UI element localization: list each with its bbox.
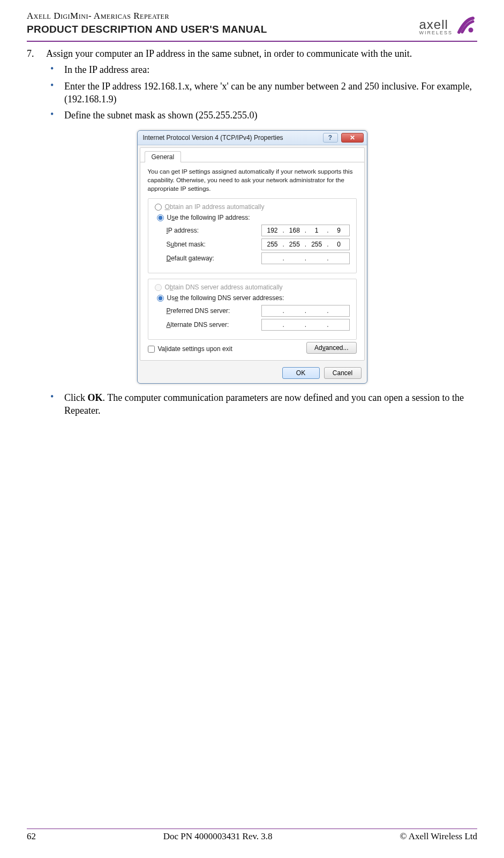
list-item: •In the IP address area:	[50, 63, 477, 76]
help-button[interactable]: ?	[323, 133, 338, 143]
list-item: •Define the subnet mask as shown (255.25…	[50, 109, 477, 122]
pdns-oct1[interactable]	[263, 305, 281, 316]
ipv4-properties-dialog: Internet Protocol Version 4 (TCP/IPv4) P…	[137, 130, 367, 384]
ip-address-row: IP address: . . .	[167, 225, 350, 236]
tab-content: You can get IP settings assigned automat…	[140, 162, 364, 360]
ip-oct4[interactable]	[330, 225, 348, 236]
footer-divider	[27, 829, 477, 829]
manual-title: PRODUCT DESCRIPTION AND USER'S MANUAL	[27, 24, 419, 35]
radio-use-ip-label: Use the following IP address:	[167, 214, 250, 221]
ip-address-label: IP address:	[167, 227, 199, 234]
bullet-text: Define the subnet mask as shown (255.255…	[64, 109, 257, 122]
bullet-icon: •	[50, 80, 57, 106]
radio-auto-ip[interactable]	[155, 204, 162, 211]
cancel-button[interactable]: Cancel	[324, 367, 362, 379]
step-text: Assign your computer an IP address in th…	[46, 47, 412, 60]
footer-row: 62 Doc PN 4000003431 Rev. 3.8 © Axell Wi…	[27, 831, 477, 842]
adns-oct2[interactable]	[285, 319, 304, 330]
preferred-dns-row: Preferred DNS server: . . .	[167, 305, 350, 317]
radio-auto-ip-label: Obtain an IP address automatically	[165, 203, 265, 211]
list-item: •Enter the IP address 192.168.1.x, where…	[50, 80, 477, 106]
dialog-description: You can get IP settings assigned automat…	[148, 168, 357, 193]
ip-oct3[interactable]	[307, 225, 326, 236]
copyright: © Axell Wireless Ltd	[400, 831, 477, 842]
alternate-dns-label: Alternate DNS server:	[167, 321, 229, 329]
logo-text-wrap: axell WIRELESS	[419, 17, 453, 35]
radio-auto-dns-label: Obtain DNS server address automatically	[165, 283, 283, 291]
gw-oct3[interactable]	[307, 253, 326, 264]
adns-oct1[interactable]	[263, 319, 281, 330]
bullet-pre: Click	[64, 392, 88, 403]
bullet-text: Click OK. The computer communication par…	[64, 391, 477, 417]
dialog-titlebar: Internet Protocol Version 4 (TCP/IPv4) P…	[138, 131, 367, 145]
tab-general[interactable]: General	[145, 151, 182, 162]
dialog-screenshot: Internet Protocol Version 4 (TCP/IPv4) P…	[27, 130, 477, 384]
dialog-body: General You can get IP settings assigned…	[140, 147, 365, 361]
validate-label: Validate settings upon exit	[158, 345, 232, 353]
ip-group: Obtain an IP address automatically Use t…	[148, 198, 357, 273]
default-gateway-field[interactable]: . . .	[261, 252, 349, 264]
radio-use-dns-row: Use the following DNS server addresses:	[155, 294, 350, 302]
pdns-oct4[interactable]	[330, 305, 348, 316]
radio-use-dns-label: Use the following DNS server addresses:	[167, 294, 284, 302]
subnet-mask-field[interactable]: . . .	[261, 238, 349, 250]
bullets-top: •In the IP address area: •Enter the IP a…	[50, 63, 477, 122]
mask-oct3[interactable]	[307, 239, 326, 250]
subnet-mask-row: Subnet mask: . . .	[167, 238, 350, 250]
adns-oct4[interactable]	[330, 319, 348, 330]
mask-oct4[interactable]	[330, 239, 348, 250]
ip-address-field[interactable]: . . .	[261, 225, 349, 236]
step-7: 7. Assign your computer an IP address in…	[27, 47, 477, 60]
bullet-bold: OK	[88, 392, 103, 403]
brand-logo: axell WIRELESS	[419, 11, 477, 39]
header-left: Axell DigiMini- Americas Repeater PRODUC…	[27, 11, 419, 35]
radio-auto-dns	[155, 284, 162, 291]
bullet-icon: •	[50, 109, 57, 122]
logo-subtext: WIRELESS	[419, 30, 453, 35]
preferred-dns-field[interactable]: . . .	[261, 305, 349, 317]
doc-id: Doc PN 4000003431 Rev. 3.8	[163, 831, 273, 842]
pdns-oct3[interactable]	[307, 305, 326, 316]
header-divider	[27, 41, 477, 42]
gw-oct1[interactable]	[263, 253, 281, 264]
step-number: 7.	[27, 47, 39, 60]
close-button[interactable]: ✕	[341, 133, 364, 143]
ok-button[interactable]: OK	[282, 367, 320, 379]
product-line: Axell DigiMini- Americas Repeater	[27, 11, 419, 21]
radio-use-dns[interactable]	[157, 295, 164, 302]
dialog-title: Internet Protocol Version 4 (TCP/IPv4) P…	[143, 134, 283, 141]
preferred-dns-label: Preferred DNS server:	[167, 307, 230, 315]
page-footer: 62 Doc PN 4000003431 Rev. 3.8 © Axell Wi…	[27, 829, 477, 842]
alternate-dns-row: Alternate DNS server: . . .	[167, 319, 350, 331]
radio-auto-dns-row: Obtain DNS server address automatically	[155, 283, 350, 291]
dialog-footer: OK Cancel	[138, 363, 367, 383]
mask-oct2[interactable]	[285, 239, 304, 250]
page-number: 62	[27, 831, 36, 842]
subnet-mask-label: Subnet mask:	[167, 241, 206, 248]
mask-oct1[interactable]	[263, 239, 281, 250]
bullet-icon: •	[50, 63, 57, 76]
gw-oct2[interactable]	[285, 253, 304, 264]
list-item: • Click OK. The computer communication p…	[50, 391, 477, 417]
adns-oct3[interactable]	[307, 319, 326, 330]
bullet-post: . The computer communication parameters …	[64, 392, 464, 416]
dns-group: Obtain DNS server address automatically …	[148, 279, 357, 340]
radio-use-ip-row: Use the following IP address:	[155, 214, 350, 221]
alternate-dns-field[interactable]: . . .	[261, 319, 349, 331]
page-header: Axell DigiMini- Americas Repeater PRODUC…	[27, 11, 477, 39]
bullet-text: In the IP address area:	[64, 63, 149, 76]
default-gateway-row: Default gateway: . . .	[167, 252, 350, 264]
wireless-icon	[455, 14, 477, 39]
radio-use-ip[interactable]	[157, 214, 164, 221]
ip-oct1[interactable]	[263, 225, 281, 236]
pdns-oct2[interactable]	[285, 305, 304, 316]
validate-checkbox[interactable]	[148, 346, 155, 353]
radio-auto-ip-row: Obtain an IP address automatically	[155, 203, 350, 211]
gw-oct4[interactable]	[330, 253, 348, 264]
default-gateway-label: Default gateway:	[167, 255, 214, 262]
svg-point-0	[469, 28, 473, 33]
ip-oct2[interactable]	[285, 225, 304, 236]
bullet-text: Enter the IP address 192.168.1.x, where …	[64, 80, 477, 106]
bullet-icon: •	[50, 391, 57, 417]
advanced-button[interactable]: Advanced...	[306, 342, 356, 354]
